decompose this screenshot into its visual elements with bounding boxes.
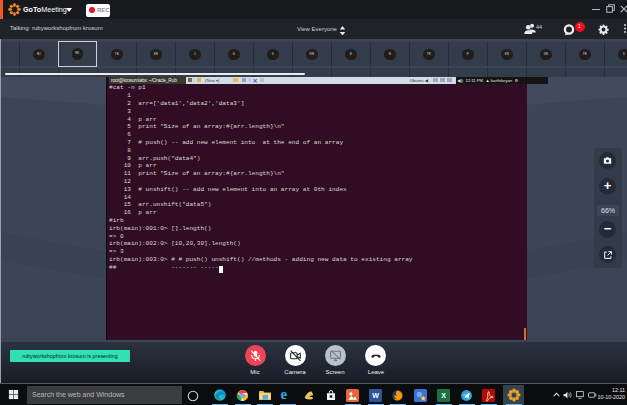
svg-text:X: X xyxy=(441,392,446,399)
svg-text:W: W xyxy=(372,392,379,399)
